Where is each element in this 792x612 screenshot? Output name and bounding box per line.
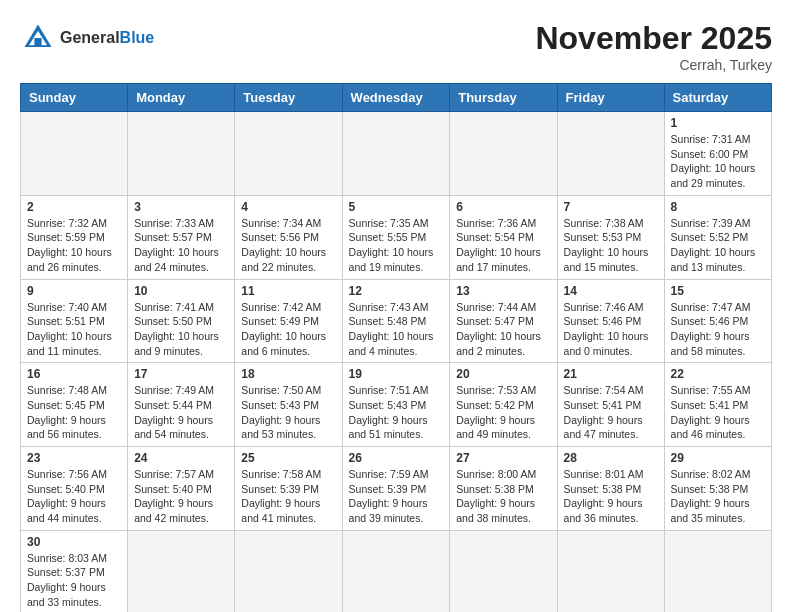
calendar-day-header: Friday	[557, 84, 664, 112]
day-number: 27	[456, 451, 550, 465]
calendar-cell: 14Sunrise: 7:46 AM Sunset: 5:46 PM Dayli…	[557, 279, 664, 363]
day-info: Sunrise: 7:57 AM Sunset: 5:40 PM Dayligh…	[134, 467, 228, 526]
day-number: 26	[349, 451, 444, 465]
location-subtitle: Cerrah, Turkey	[535, 57, 772, 73]
calendar-day-header: Monday	[128, 84, 235, 112]
calendar-week-row: 23Sunrise: 7:56 AM Sunset: 5:40 PM Dayli…	[21, 447, 772, 531]
day-info: Sunrise: 8:03 AM Sunset: 5:37 PM Dayligh…	[27, 551, 121, 610]
calendar-cell	[450, 112, 557, 196]
calendar-cell: 25Sunrise: 7:58 AM Sunset: 5:39 PM Dayli…	[235, 447, 342, 531]
day-number: 2	[27, 200, 121, 214]
day-number: 12	[349, 284, 444, 298]
calendar-cell: 29Sunrise: 8:02 AM Sunset: 5:38 PM Dayli…	[664, 447, 771, 531]
day-info: Sunrise: 7:35 AM Sunset: 5:55 PM Dayligh…	[349, 216, 444, 275]
day-info: Sunrise: 7:47 AM Sunset: 5:46 PM Dayligh…	[671, 300, 765, 359]
day-info: Sunrise: 7:36 AM Sunset: 5:54 PM Dayligh…	[456, 216, 550, 275]
calendar-week-row: 1Sunrise: 7:31 AM Sunset: 6:00 PM Daylig…	[21, 112, 772, 196]
calendar-cell: 13Sunrise: 7:44 AM Sunset: 5:47 PM Dayli…	[450, 279, 557, 363]
day-info: Sunrise: 7:39 AM Sunset: 5:52 PM Dayligh…	[671, 216, 765, 275]
logo: GeneralBlue	[20, 20, 154, 56]
calendar-cell	[557, 112, 664, 196]
calendar-table: SundayMondayTuesdayWednesdayThursdayFrid…	[20, 83, 772, 612]
day-number: 5	[349, 200, 444, 214]
day-info: Sunrise: 7:58 AM Sunset: 5:39 PM Dayligh…	[241, 467, 335, 526]
calendar-cell	[235, 112, 342, 196]
day-info: Sunrise: 7:43 AM Sunset: 5:48 PM Dayligh…	[349, 300, 444, 359]
page-header: GeneralBlue November 2025 Cerrah, Turkey	[20, 20, 772, 73]
day-info: Sunrise: 7:41 AM Sunset: 5:50 PM Dayligh…	[134, 300, 228, 359]
calendar-cell: 4Sunrise: 7:34 AM Sunset: 5:56 PM Daylig…	[235, 195, 342, 279]
calendar-day-header: Thursday	[450, 84, 557, 112]
day-info: Sunrise: 7:54 AM Sunset: 5:41 PM Dayligh…	[564, 383, 658, 442]
day-number: 15	[671, 284, 765, 298]
day-info: Sunrise: 7:48 AM Sunset: 5:45 PM Dayligh…	[27, 383, 121, 442]
day-number: 8	[671, 200, 765, 214]
calendar-cell: 16Sunrise: 7:48 AM Sunset: 5:45 PM Dayli…	[21, 363, 128, 447]
svg-rect-2	[34, 38, 41, 47]
day-info: Sunrise: 7:31 AM Sunset: 6:00 PM Dayligh…	[671, 132, 765, 191]
title-block: November 2025 Cerrah, Turkey	[535, 20, 772, 73]
day-info: Sunrise: 8:02 AM Sunset: 5:38 PM Dayligh…	[671, 467, 765, 526]
day-number: 24	[134, 451, 228, 465]
day-info: Sunrise: 7:42 AM Sunset: 5:49 PM Dayligh…	[241, 300, 335, 359]
calendar-cell	[21, 112, 128, 196]
day-number: 30	[27, 535, 121, 549]
calendar-cell	[342, 112, 450, 196]
calendar-day-header: Saturday	[664, 84, 771, 112]
day-info: Sunrise: 7:49 AM Sunset: 5:44 PM Dayligh…	[134, 383, 228, 442]
calendar-cell: 19Sunrise: 7:51 AM Sunset: 5:43 PM Dayli…	[342, 363, 450, 447]
day-number: 1	[671, 116, 765, 130]
calendar-cell: 22Sunrise: 7:55 AM Sunset: 5:41 PM Dayli…	[664, 363, 771, 447]
calendar-day-header: Sunday	[21, 84, 128, 112]
calendar-cell: 6Sunrise: 7:36 AM Sunset: 5:54 PM Daylig…	[450, 195, 557, 279]
calendar-cell: 17Sunrise: 7:49 AM Sunset: 5:44 PM Dayli…	[128, 363, 235, 447]
calendar-cell	[557, 530, 664, 612]
day-info: Sunrise: 7:56 AM Sunset: 5:40 PM Dayligh…	[27, 467, 121, 526]
calendar-cell: 18Sunrise: 7:50 AM Sunset: 5:43 PM Dayli…	[235, 363, 342, 447]
day-number: 25	[241, 451, 335, 465]
calendar-cell: 27Sunrise: 8:00 AM Sunset: 5:38 PM Dayli…	[450, 447, 557, 531]
day-number: 4	[241, 200, 335, 214]
calendar-cell: 28Sunrise: 8:01 AM Sunset: 5:38 PM Dayli…	[557, 447, 664, 531]
calendar-cell	[128, 530, 235, 612]
calendar-week-row: 30Sunrise: 8:03 AM Sunset: 5:37 PM Dayli…	[21, 530, 772, 612]
calendar-cell: 24Sunrise: 7:57 AM Sunset: 5:40 PM Dayli…	[128, 447, 235, 531]
calendar-cell: 21Sunrise: 7:54 AM Sunset: 5:41 PM Dayli…	[557, 363, 664, 447]
day-number: 22	[671, 367, 765, 381]
day-info: Sunrise: 7:38 AM Sunset: 5:53 PM Dayligh…	[564, 216, 658, 275]
day-number: 3	[134, 200, 228, 214]
day-info: Sunrise: 7:55 AM Sunset: 5:41 PM Dayligh…	[671, 383, 765, 442]
calendar-cell: 30Sunrise: 8:03 AM Sunset: 5:37 PM Dayli…	[21, 530, 128, 612]
day-number: 16	[27, 367, 121, 381]
day-info: Sunrise: 8:01 AM Sunset: 5:38 PM Dayligh…	[564, 467, 658, 526]
day-number: 28	[564, 451, 658, 465]
day-info: Sunrise: 7:34 AM Sunset: 5:56 PM Dayligh…	[241, 216, 335, 275]
calendar-cell	[664, 530, 771, 612]
calendar-cell	[342, 530, 450, 612]
day-number: 17	[134, 367, 228, 381]
logo-text: GeneralBlue	[60, 29, 154, 47]
day-info: Sunrise: 7:50 AM Sunset: 5:43 PM Dayligh…	[241, 383, 335, 442]
calendar-cell: 7Sunrise: 7:38 AM Sunset: 5:53 PM Daylig…	[557, 195, 664, 279]
day-number: 7	[564, 200, 658, 214]
calendar-cell: 15Sunrise: 7:47 AM Sunset: 5:46 PM Dayli…	[664, 279, 771, 363]
day-number: 21	[564, 367, 658, 381]
calendar-day-header: Tuesday	[235, 84, 342, 112]
calendar-cell: 12Sunrise: 7:43 AM Sunset: 5:48 PM Dayli…	[342, 279, 450, 363]
calendar-day-header: Wednesday	[342, 84, 450, 112]
calendar-cell: 11Sunrise: 7:42 AM Sunset: 5:49 PM Dayli…	[235, 279, 342, 363]
day-number: 11	[241, 284, 335, 298]
day-info: Sunrise: 7:53 AM Sunset: 5:42 PM Dayligh…	[456, 383, 550, 442]
day-number: 9	[27, 284, 121, 298]
calendar-cell: 23Sunrise: 7:56 AM Sunset: 5:40 PM Dayli…	[21, 447, 128, 531]
day-number: 29	[671, 451, 765, 465]
calendar-cell: 10Sunrise: 7:41 AM Sunset: 5:50 PM Dayli…	[128, 279, 235, 363]
calendar-cell: 26Sunrise: 7:59 AM Sunset: 5:39 PM Dayli…	[342, 447, 450, 531]
calendar-week-row: 9Sunrise: 7:40 AM Sunset: 5:51 PM Daylig…	[21, 279, 772, 363]
calendar-header-row: SundayMondayTuesdayWednesdayThursdayFrid…	[21, 84, 772, 112]
day-number: 13	[456, 284, 550, 298]
calendar-week-row: 2Sunrise: 7:32 AM Sunset: 5:59 PM Daylig…	[21, 195, 772, 279]
day-number: 14	[564, 284, 658, 298]
day-info: Sunrise: 7:46 AM Sunset: 5:46 PM Dayligh…	[564, 300, 658, 359]
calendar-cell: 3Sunrise: 7:33 AM Sunset: 5:57 PM Daylig…	[128, 195, 235, 279]
